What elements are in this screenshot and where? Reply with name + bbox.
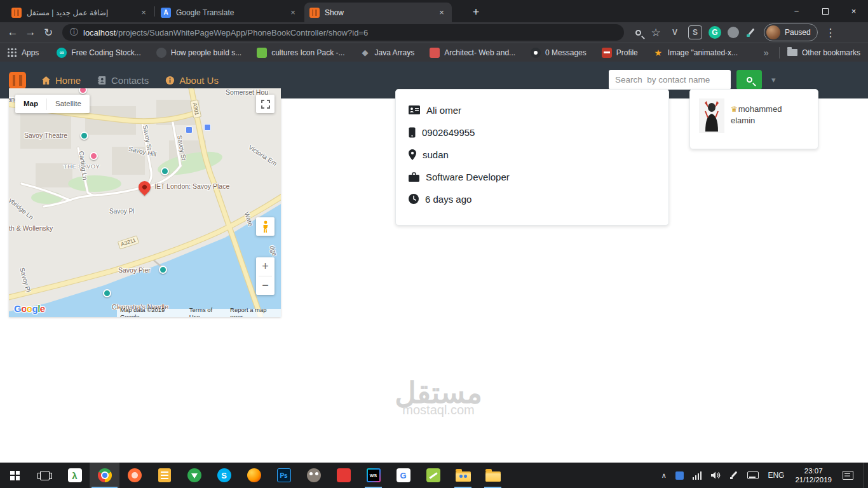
minimize-button[interactable]: − (782, 0, 811, 22)
taskbar-chrome[interactable] (90, 463, 119, 488)
taskbar-haskell[interactable]: λ (60, 463, 90, 488)
bookmark-favicon: ◆ (360, 48, 370, 58)
touch-keyboard-icon[interactable] (743, 463, 763, 488)
id-card-icon (409, 105, 420, 114)
report-error-link[interactable]: Report a map error (230, 306, 278, 318)
search-button[interactable] (736, 70, 762, 90)
extension-circle-icon[interactable] (728, 27, 739, 38)
tray-chevron-up-icon[interactable]: ∧ (657, 463, 671, 488)
action-center-icon[interactable] (838, 463, 858, 488)
poi-icon[interactable] (161, 167, 169, 175)
tab-separator (154, 6, 155, 17)
taskbar-clock[interactable]: 23:07 21/12/2019 (789, 463, 838, 488)
transit-icon[interactable] (186, 126, 193, 133)
grammarly-extension-icon[interactable]: G (709, 26, 721, 39)
bookmark-star-icon[interactable]: ☆ (647, 24, 665, 41)
extension-v-icon[interactable]: V (668, 25, 682, 39)
address-bar[interactable]: ⓘ localhost/projects/SudanWhitePageWepAp… (62, 24, 624, 41)
bookmark-item[interactable]: cultures Icon Pack -... (257, 48, 344, 58)
maximize-button[interactable] (811, 0, 839, 22)
search-dropdown-caret-icon[interactable]: ▾ (771, 75, 776, 85)
bookmark-label: 0 Messages (545, 48, 587, 57)
windows-ink-icon[interactable] (725, 463, 743, 488)
bookmark-item[interactable]: ★Image "animated-x... (653, 48, 738, 58)
poi-savoy-pier-icon[interactable] (159, 266, 167, 274)
bookmarks-overflow-icon[interactable]: » (764, 47, 769, 58)
bookmark-item[interactable]: Architect- Web and... (430, 48, 515, 58)
google-logo[interactable]: Google (14, 303, 45, 314)
zoom-out-button[interactable]: − (256, 276, 275, 295)
taskbar-red-app[interactable] (329, 463, 358, 488)
tray-app-icon[interactable] (671, 463, 688, 488)
bookmark-favicon (602, 48, 612, 58)
bookmark-item[interactable]: 0 Messages (531, 48, 587, 58)
taskbar-webstorm[interactable]: WS (358, 463, 388, 488)
back-icon[interactable]: ← (4, 24, 22, 41)
bookmark-item[interactable]: Profile (602, 48, 638, 58)
browser-tab-show[interactable]: Show × (304, 3, 452, 22)
map-attribution: Map data ©2019 Google Terms of Use Repor… (117, 309, 281, 317)
browser-menu-icon[interactable]: ⋮ (822, 24, 839, 41)
contact-job-row: Software Developer (409, 170, 656, 183)
fullscreen-button[interactable] (256, 95, 275, 113)
taskbar-notes[interactable] (149, 463, 179, 488)
bookmark-item[interactable]: ◆Java Arrays (360, 48, 415, 58)
nav-home[interactable]: Home (41, 75, 81, 86)
search-input[interactable] (609, 70, 731, 90)
related-contact-card[interactable]: ♛mohammed elamin (689, 89, 818, 149)
tab-close-icon[interactable]: × (139, 8, 149, 18)
site-logo[interactable] (9, 72, 26, 89)
site-info-icon[interactable]: ⓘ (70, 27, 78, 38)
taskbar-firefox[interactable] (239, 463, 269, 488)
terms-link[interactable]: Terms of Use (189, 306, 222, 318)
bookmark-item[interactable]: ∞Free Coding Stock... (57, 48, 140, 58)
extension-s-icon[interactable]: S (688, 25, 702, 39)
new-tab-button[interactable]: + (468, 4, 484, 20)
pegman-button[interactable] (256, 217, 275, 236)
nav-contacts[interactable]: Contacts (97, 75, 149, 86)
other-bookmarks-button[interactable]: Other bookmarks (802, 48, 860, 57)
taskbar-gimp[interactable] (299, 463, 329, 488)
browser-tab-mostaql[interactable]: إضافة عمل جديد | مستقل × (6, 3, 154, 22)
folder-icon (787, 49, 797, 56)
taskbar-postman[interactable] (119, 463, 149, 488)
map-label: IET London: Savoy Place (154, 182, 229, 190)
taskbar-g-app[interactable]: G (388, 463, 418, 488)
related-name-line2: elamin (731, 115, 782, 126)
tab-close-icon[interactable]: × (288, 8, 298, 18)
forward-icon[interactable]: → (22, 24, 39, 41)
google-map[interactable]: Somerset Hou Savoy Theatre THE SAVOY IET… (9, 88, 281, 317)
reload-icon[interactable]: ↻ (39, 24, 57, 41)
transit-icon[interactable] (204, 124, 211, 131)
taskbar-notepadpp[interactable] (418, 463, 448, 488)
language-indicator[interactable]: ENG (763, 463, 789, 488)
show-desktop-button[interactable] (863, 463, 865, 488)
close-window-button[interactable]: × (839, 0, 868, 22)
firefox-icon (247, 468, 261, 482)
poi-the-savoy-icon[interactable] (90, 152, 98, 160)
start-button[interactable] (0, 463, 30, 488)
bookmark-item[interactable]: How people build s... (156, 48, 241, 58)
apps-grid-icon[interactable] (8, 48, 17, 57)
taskbar-idm[interactable] (179, 463, 209, 488)
network-icon[interactable] (688, 463, 707, 488)
task-view-button[interactable] (30, 463, 60, 488)
map-type-map-button[interactable]: Map (15, 95, 46, 113)
zoom-icon[interactable] (629, 24, 647, 41)
apps-label[interactable]: Apps (22, 48, 39, 57)
taskbar-shared-folder[interactable] (448, 463, 478, 488)
poi-cleopatra-icon[interactable] (103, 289, 111, 297)
zoom-in-button[interactable]: + (256, 257, 275, 276)
colorpicker-extension-icon[interactable] (745, 27, 757, 38)
poi-savoy-theatre-icon[interactable] (80, 132, 88, 140)
map-type-control: Map Satellite (15, 95, 90, 113)
taskbar-photoshop[interactable]: Ps (269, 463, 299, 488)
browser-tab-translate[interactable]: A Google Translate × (156, 3, 303, 22)
volume-icon[interactable] (706, 463, 725, 488)
nav-about[interactable]: About Us (165, 75, 219, 86)
profile-button[interactable]: Paused (764, 24, 818, 41)
tab-close-icon[interactable]: × (437, 8, 447, 18)
taskbar-skype[interactable]: S (209, 463, 239, 488)
taskbar-file-explorer[interactable] (478, 463, 508, 488)
map-type-satellite-button[interactable]: Satellite (47, 95, 90, 113)
